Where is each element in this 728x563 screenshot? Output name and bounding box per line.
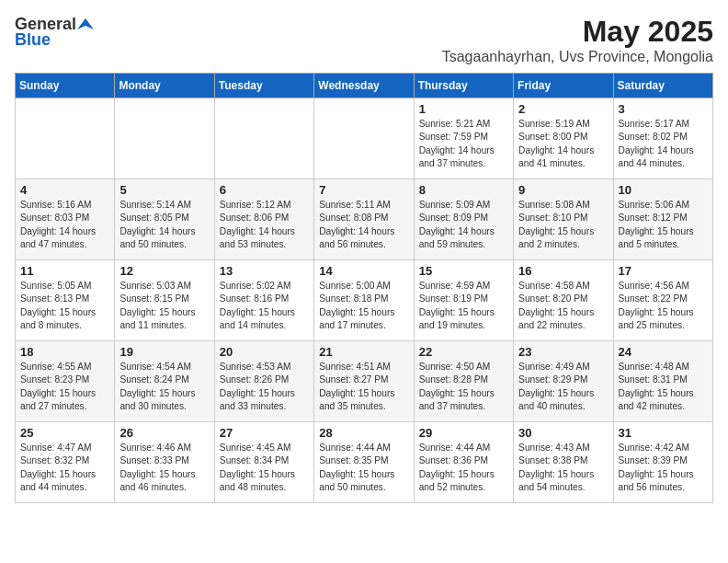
calendar-week-1: 1Sunrise: 5:21 AM Sunset: 7:59 PM Daylig… <box>16 98 713 179</box>
day-info: Sunrise: 4:53 AM Sunset: 8:26 PM Dayligh… <box>220 361 309 413</box>
day-number: 7 <box>319 183 408 197</box>
day-number: 3 <box>619 102 708 116</box>
weekday-header-saturday: Saturday <box>613 74 712 98</box>
day-info: Sunrise: 5:06 AM Sunset: 8:12 PM Dayligh… <box>619 199 708 251</box>
day-info: Sunrise: 4:44 AM Sunset: 8:35 PM Dayligh… <box>319 442 408 494</box>
logo: General Blue <box>15 15 95 50</box>
day-info: Sunrise: 5:05 AM Sunset: 8:13 PM Dayligh… <box>20 280 109 332</box>
day-number: 24 <box>619 345 708 359</box>
calendar-cell: 3Sunrise: 5:17 AM Sunset: 8:02 PM Daylig… <box>613 98 712 179</box>
calendar-cell: 5Sunrise: 5:14 AM Sunset: 8:05 PM Daylig… <box>115 179 214 260</box>
day-info: Sunrise: 5:12 AM Sunset: 8:06 PM Dayligh… <box>220 199 309 251</box>
day-info: Sunrise: 4:44 AM Sunset: 8:36 PM Dayligh… <box>419 442 508 494</box>
logo-blue-text: Blue <box>15 30 51 50</box>
calendar-cell <box>314 98 414 179</box>
weekday-header-thursday: Thursday <box>414 74 513 98</box>
day-number: 15 <box>419 264 508 278</box>
day-number: 28 <box>319 426 408 440</box>
calendar-cell <box>16 98 115 179</box>
calendar-cell: 7Sunrise: 5:11 AM Sunset: 8:08 PM Daylig… <box>314 179 414 260</box>
day-number: 8 <box>419 183 508 197</box>
calendar-cell: 29Sunrise: 4:44 AM Sunset: 8:36 PM Dayli… <box>414 422 513 503</box>
day-number: 19 <box>119 345 209 359</box>
day-info: Sunrise: 4:46 AM Sunset: 8:33 PM Dayligh… <box>119 442 209 494</box>
day-info: Sunrise: 4:47 AM Sunset: 8:32 PM Dayligh… <box>20 442 109 494</box>
day-info: Sunrise: 5:02 AM Sunset: 8:16 PM Dayligh… <box>220 280 309 332</box>
day-number: 1 <box>419 102 508 116</box>
day-number: 26 <box>119 426 209 440</box>
calendar-week-3: 11Sunrise: 5:05 AM Sunset: 8:13 PM Dayli… <box>16 260 713 341</box>
page-header: General Blue May 2025 Tsagaanhayrhan, Uv… <box>15 15 713 65</box>
day-info: Sunrise: 4:42 AM Sunset: 8:39 PM Dayligh… <box>619 442 708 494</box>
calendar-cell: 26Sunrise: 4:46 AM Sunset: 8:33 PM Dayli… <box>115 422 214 503</box>
calendar-cell: 27Sunrise: 4:45 AM Sunset: 8:34 PM Dayli… <box>214 422 313 503</box>
day-info: Sunrise: 5:21 AM Sunset: 7:59 PM Dayligh… <box>419 118 508 170</box>
day-info: Sunrise: 4:50 AM Sunset: 8:28 PM Dayligh… <box>419 361 508 413</box>
day-number: 27 <box>220 426 309 440</box>
weekday-header-wednesday: Wednesday <box>314 74 414 98</box>
calendar-cell: 31Sunrise: 4:42 AM Sunset: 8:39 PM Dayli… <box>613 422 712 503</box>
day-number: 22 <box>419 345 508 359</box>
month-title: May 2025 <box>442 15 713 49</box>
calendar-cell: 24Sunrise: 4:48 AM Sunset: 8:31 PM Dayli… <box>613 341 712 422</box>
calendar-cell: 28Sunrise: 4:44 AM Sunset: 8:35 PM Dayli… <box>314 422 414 503</box>
day-number: 10 <box>619 183 708 197</box>
day-number: 20 <box>220 345 309 359</box>
day-info: Sunrise: 5:19 AM Sunset: 8:00 PM Dayligh… <box>518 118 608 170</box>
calendar-cell: 17Sunrise: 4:56 AM Sunset: 8:22 PM Dayli… <box>613 260 712 341</box>
day-info: Sunrise: 5:16 AM Sunset: 8:03 PM Dayligh… <box>20 199 109 251</box>
calendar-week-2: 4Sunrise: 5:16 AM Sunset: 8:03 PM Daylig… <box>16 179 713 260</box>
day-number: 6 <box>220 183 309 197</box>
calendar-cell: 18Sunrise: 4:55 AM Sunset: 8:23 PM Dayli… <box>16 341 115 422</box>
day-info: Sunrise: 4:49 AM Sunset: 8:29 PM Dayligh… <box>518 361 608 413</box>
location-title: Tsagaanhayrhan, Uvs Province, Mongolia <box>442 49 713 65</box>
day-info: Sunrise: 5:11 AM Sunset: 8:08 PM Dayligh… <box>319 199 408 251</box>
day-info: Sunrise: 5:00 AM Sunset: 8:18 PM Dayligh… <box>319 280 408 332</box>
calendar-cell: 25Sunrise: 4:47 AM Sunset: 8:32 PM Dayli… <box>16 422 115 503</box>
day-info: Sunrise: 5:03 AM Sunset: 8:15 PM Dayligh… <box>119 280 209 332</box>
calendar-cell: 10Sunrise: 5:06 AM Sunset: 8:12 PM Dayli… <box>613 179 712 260</box>
day-number: 31 <box>619 426 708 440</box>
day-number: 4 <box>20 183 109 197</box>
weekday-header-sunday: Sunday <box>16 74 115 98</box>
day-info: Sunrise: 4:55 AM Sunset: 8:23 PM Dayligh… <box>20 361 109 413</box>
day-number: 13 <box>220 264 309 278</box>
calendar-cell: 1Sunrise: 5:21 AM Sunset: 7:59 PM Daylig… <box>414 98 513 179</box>
day-info: Sunrise: 4:56 AM Sunset: 8:22 PM Dayligh… <box>619 280 708 332</box>
day-info: Sunrise: 5:08 AM Sunset: 8:10 PM Dayligh… <box>518 199 608 251</box>
calendar-cell: 19Sunrise: 4:54 AM Sunset: 8:24 PM Dayli… <box>115 341 214 422</box>
calendar-cell: 21Sunrise: 4:51 AM Sunset: 8:27 PM Dayli… <box>314 341 414 422</box>
calendar-table: SundayMondayTuesdayWednesdayThursdayFrid… <box>15 73 713 503</box>
calendar-cell: 14Sunrise: 5:00 AM Sunset: 8:18 PM Dayli… <box>314 260 414 341</box>
day-number: 29 <box>419 426 508 440</box>
day-number: 11 <box>20 264 109 278</box>
day-number: 5 <box>119 183 209 197</box>
weekday-header-monday: Monday <box>115 74 214 98</box>
logo-bird-icon <box>77 17 94 33</box>
calendar-cell: 22Sunrise: 4:50 AM Sunset: 8:28 PM Dayli… <box>414 341 513 422</box>
calendar-cell: 30Sunrise: 4:43 AM Sunset: 8:38 PM Dayli… <box>514 422 613 503</box>
day-number: 16 <box>518 264 608 278</box>
day-info: Sunrise: 4:54 AM Sunset: 8:24 PM Dayligh… <box>119 361 209 413</box>
day-number: 23 <box>518 345 608 359</box>
weekday-header-friday: Friday <box>514 74 613 98</box>
calendar-week-4: 18Sunrise: 4:55 AM Sunset: 8:23 PM Dayli… <box>16 341 713 422</box>
calendar-cell: 13Sunrise: 5:02 AM Sunset: 8:16 PM Dayli… <box>214 260 313 341</box>
day-info: Sunrise: 4:45 AM Sunset: 8:34 PM Dayligh… <box>220 442 309 494</box>
calendar-cell: 8Sunrise: 5:09 AM Sunset: 8:09 PM Daylig… <box>414 179 513 260</box>
day-info: Sunrise: 4:58 AM Sunset: 8:20 PM Dayligh… <box>518 280 608 332</box>
calendar-cell: 23Sunrise: 4:49 AM Sunset: 8:29 PM Dayli… <box>514 341 613 422</box>
calendar-cell: 4Sunrise: 5:16 AM Sunset: 8:03 PM Daylig… <box>16 179 115 260</box>
calendar-cell: 2Sunrise: 5:19 AM Sunset: 8:00 PM Daylig… <box>514 98 613 179</box>
day-number: 17 <box>619 264 708 278</box>
day-info: Sunrise: 4:48 AM Sunset: 8:31 PM Dayligh… <box>619 361 708 413</box>
day-number: 25 <box>20 426 109 440</box>
day-number: 21 <box>319 345 408 359</box>
calendar-cell: 15Sunrise: 4:59 AM Sunset: 8:19 PM Dayli… <box>414 260 513 341</box>
day-number: 18 <box>20 345 109 359</box>
day-info: Sunrise: 5:17 AM Sunset: 8:02 PM Dayligh… <box>619 118 708 170</box>
weekday-header-tuesday: Tuesday <box>214 74 313 98</box>
day-info: Sunrise: 4:59 AM Sunset: 8:19 PM Dayligh… <box>419 280 508 332</box>
day-info: Sunrise: 4:43 AM Sunset: 8:38 PM Dayligh… <box>518 442 608 494</box>
calendar-cell: 12Sunrise: 5:03 AM Sunset: 8:15 PM Dayli… <box>115 260 214 341</box>
